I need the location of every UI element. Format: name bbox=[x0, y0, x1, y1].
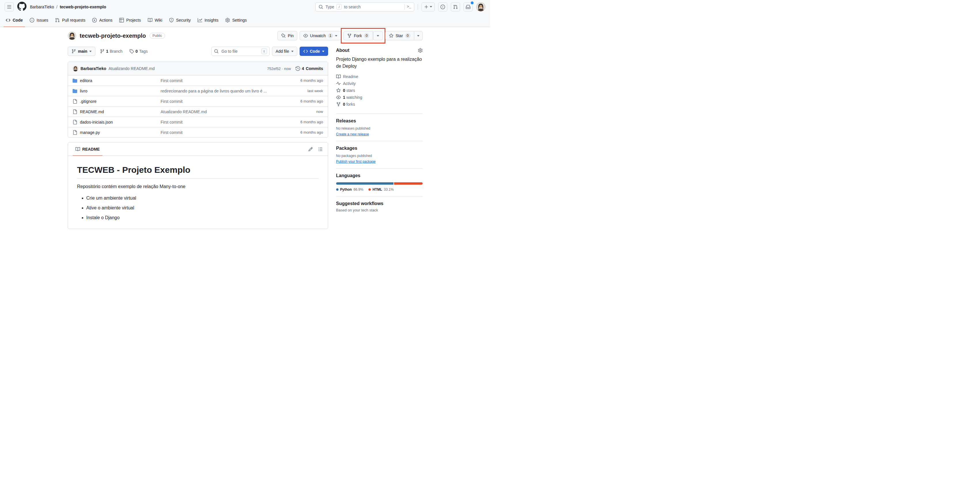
releases-empty-text: No releases published bbox=[336, 127, 423, 130]
sidebar-item-stars[interactable]: 0 stars bbox=[336, 88, 423, 93]
file-commit-message[interactable]: First commit bbox=[161, 130, 301, 135]
readme-tab[interactable]: README bbox=[73, 143, 103, 156]
readme-content: TECWEB - Projeto Exemplo Repositório con… bbox=[68, 156, 328, 229]
table-row-editora[interactable]: editora First commit 6 months ago bbox=[68, 75, 328, 86]
plus-icon bbox=[424, 5, 429, 9]
language-html[interactable]: HTML 33.1% bbox=[368, 187, 393, 192]
publish-package-link[interactable]: Publish your first package bbox=[336, 160, 375, 164]
language-bar-html[interactable] bbox=[394, 182, 423, 185]
add-file-button[interactable]: Add file bbox=[272, 47, 297, 56]
tab-issues[interactable]: Issues bbox=[27, 14, 51, 27]
file-icon bbox=[73, 110, 77, 114]
code-button[interactable]: Code bbox=[299, 47, 328, 56]
file-name-link[interactable]: manage.py bbox=[80, 130, 100, 135]
table-row-dados-iniciais[interactable]: dados-iniciais.json First commit 6 month… bbox=[68, 117, 328, 127]
branches-link[interactable]: 1Branch bbox=[98, 49, 125, 54]
packages-empty-text: No packages published bbox=[336, 154, 423, 158]
create-release-link[interactable]: Create a new release bbox=[336, 132, 369, 136]
search-placeholder-before: Type bbox=[326, 5, 334, 9]
tab-settings[interactable]: Settings bbox=[223, 14, 249, 27]
commit-author-avatar[interactable] bbox=[73, 66, 78, 71]
python-color-dot bbox=[336, 188, 339, 190]
sidebar-item-forks[interactable]: 0 forks bbox=[336, 102, 423, 106]
fork-button[interactable]: Fork 0 bbox=[344, 31, 373, 40]
breadcrumb-repo-link[interactable]: tecweb-projeto-exemplo bbox=[60, 5, 106, 9]
file-name-link[interactable]: livro bbox=[80, 89, 88, 93]
commit-author-link[interactable]: BarbaraTieko bbox=[81, 66, 106, 71]
inbox-button[interactable] bbox=[463, 2, 473, 11]
tab-security[interactable]: Security bbox=[167, 14, 193, 27]
file-name-link[interactable]: dados-iniciais.json bbox=[80, 120, 113, 124]
commit-history-link[interactable]: 4Commits bbox=[296, 66, 323, 71]
tags-link[interactable]: 0Tags bbox=[127, 49, 150, 54]
top-bar: BarbaraTieko / tecweb-projeto-exemplo Ty… bbox=[0, 0, 490, 14]
unwatch-button[interactable]: Unwatch 1 bbox=[299, 31, 341, 40]
tab-wiki[interactable]: Wiki bbox=[145, 14, 164, 27]
tab-projects[interactable]: Projects bbox=[117, 14, 143, 27]
repo-owner-avatar bbox=[68, 32, 76, 40]
file-commit-message[interactable]: redirecionando para a página de livros q… bbox=[161, 89, 308, 93]
breadcrumb-owner-link[interactable]: BarbaraTieko bbox=[30, 5, 54, 9]
hamburger-menu-button[interactable] bbox=[5, 2, 14, 11]
about-title: About bbox=[336, 48, 349, 53]
file-name-link[interactable]: README.md bbox=[80, 110, 104, 114]
file-toolbar: main 1Branch 0Tags t Add bbox=[68, 47, 328, 56]
tab-code[interactable]: Code bbox=[3, 14, 25, 27]
latest-commit-bar: BarbaraTieko Atualizando README.md 752ef… bbox=[68, 62, 328, 75]
sidebar-item-activity[interactable]: Activity bbox=[336, 81, 423, 86]
star-dropdown-button[interactable] bbox=[414, 31, 423, 40]
table-row-livro[interactable]: livro redirecionando para a página de li… bbox=[68, 86, 328, 96]
file-name-link[interactable]: .gitignore bbox=[80, 99, 97, 104]
pull-requests-header-button[interactable] bbox=[451, 2, 460, 11]
user-avatar[interactable] bbox=[476, 2, 485, 11]
star-button[interactable]: Star 0 bbox=[385, 31, 414, 40]
language-bar bbox=[336, 182, 423, 185]
branch-selector-button[interactable]: main bbox=[68, 47, 95, 56]
page-title[interactable]: tecweb-projeto-exemplo bbox=[80, 33, 146, 39]
language-bar-python[interactable] bbox=[336, 182, 393, 185]
folder-icon bbox=[73, 78, 77, 83]
table-row-readme[interactable]: README.md Atualizando README.md now bbox=[68, 106, 328, 117]
fork-dropdown-button[interactable] bbox=[373, 31, 383, 40]
chevron-down-icon bbox=[417, 35, 419, 37]
sidebar-item-readme[interactable]: Readme bbox=[336, 74, 423, 79]
commit-sha-and-time[interactable]: 752ef52 · now bbox=[267, 67, 291, 71]
sidebar-item-watching[interactable]: 1 watching bbox=[336, 95, 423, 100]
file-commit-message[interactable]: Atualizando README.md bbox=[161, 110, 316, 114]
file-name-link[interactable]: editora bbox=[80, 78, 92, 83]
tab-pull-requests[interactable]: Pull requests bbox=[53, 14, 88, 27]
file-commit-message[interactable]: First commit bbox=[161, 78, 301, 83]
file-commit-date: 6 months ago bbox=[301, 99, 323, 103]
table-row-gitignore[interactable]: .gitignore First commit 6 months ago bbox=[68, 96, 328, 106]
table-icon bbox=[119, 18, 124, 22]
chevron-down-icon bbox=[322, 51, 325, 52]
workflows-section: Suggested workflows Based on your tech s… bbox=[336, 201, 423, 221]
file-commit-message[interactable]: First commit bbox=[161, 99, 301, 104]
packages-section: Packages No packages published Publish y… bbox=[336, 146, 423, 168]
language-legend: Python 66.9% HTML 33.1% bbox=[336, 187, 423, 192]
inbox-icon bbox=[466, 5, 471, 9]
issues-header-button[interactable] bbox=[438, 2, 447, 11]
repo-nav-tabs: Code Issues Pull requests Actions Projec… bbox=[0, 14, 490, 27]
create-new-button[interactable] bbox=[422, 2, 435, 11]
star-icon bbox=[336, 88, 341, 93]
pencil-icon[interactable] bbox=[308, 147, 313, 151]
table-row-manage-py[interactable]: manage.py First commit 6 months ago bbox=[68, 127, 328, 137]
gear-icon[interactable] bbox=[418, 48, 423, 53]
about-section: About Projeto Django exemplo para a real… bbox=[336, 48, 423, 114]
tab-insights[interactable]: Insights bbox=[195, 14, 221, 27]
language-python[interactable]: Python 66.9% bbox=[336, 187, 364, 192]
tab-actions[interactable]: Actions bbox=[90, 14, 115, 27]
commit-message-link[interactable]: Atualizando README.md bbox=[108, 66, 155, 71]
file-commit-message[interactable]: First commit bbox=[161, 120, 301, 124]
list-unordered-icon[interactable] bbox=[318, 147, 323, 151]
go-to-file-input[interactable] bbox=[221, 49, 259, 54]
github-logo[interactable] bbox=[17, 2, 27, 12]
releases-title[interactable]: Releases bbox=[336, 118, 423, 124]
global-search-input[interactable]: Type / to search >_ bbox=[315, 2, 414, 11]
packages-title[interactable]: Packages bbox=[336, 146, 423, 151]
pin-button[interactable]: Pin bbox=[277, 31, 297, 40]
file-commit-date: 6 months ago bbox=[301, 78, 323, 83]
command-palette-icon[interactable]: >_ bbox=[407, 5, 411, 9]
readme-bullet: Instale o Django bbox=[86, 214, 318, 221]
